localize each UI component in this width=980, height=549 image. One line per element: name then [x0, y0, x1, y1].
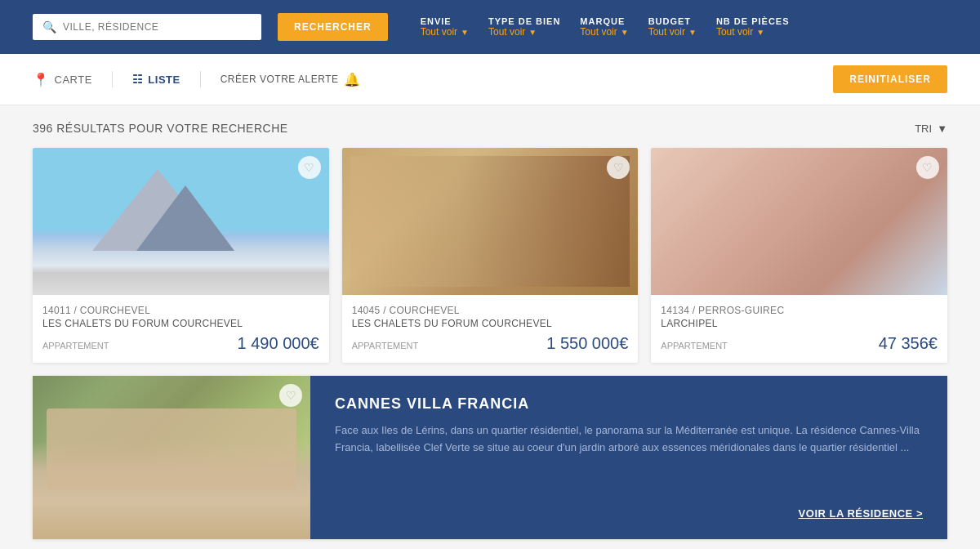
card-ref: 14045 / COURCHEVEL [352, 305, 629, 316]
card-name: LARCHIPEL [661, 318, 938, 329]
featured-title: CANNES VILLA FRANCIA [335, 395, 923, 413]
search-button[interactable]: RECHERCHER [278, 13, 388, 41]
view-carte[interactable]: 📍 CARTE [33, 72, 92, 87]
create-alert-button[interactable]: CRÉER VOTRE ALERTE 🔔 [220, 72, 360, 87]
map-pin-icon: 📍 [33, 72, 50, 87]
property-image [651, 148, 947, 295]
filter-marque[interactable]: MARQUE Tout voir ▼ [580, 16, 628, 38]
separator2 [200, 71, 201, 87]
view-liste[interactable]: ☷ LISTE [132, 73, 180, 86]
card-price: 47 356€ [879, 334, 938, 353]
card-type: APPARTEMENT [352, 341, 419, 350]
filter-budget-label: BUDGET [648, 16, 697, 26]
featured-image [33, 376, 310, 539]
results-area: 396 RÉSULTATS POUR VOTRE RECHERCHE TRI ▼… [0, 105, 980, 549]
carte-label: CARTE [55, 74, 92, 86]
chevron-down-icon: ▼ [688, 28, 697, 37]
featured-description: Face aux Iles de Lérins, dans un quartie… [335, 422, 923, 457]
results-header: 396 RÉSULTATS POUR VOTRE RECHERCHE TRI ▼ [33, 122, 947, 135]
filter-pieces[interactable]: NB DE PIÈCES Tout voir ▼ [716, 16, 790, 38]
card-name: LES CHALETS DU FORUM COURCHEVEL [352, 318, 629, 329]
card-type: APPARTEMENT [661, 341, 728, 350]
header: 🔍 RECHERCHER ENVIE Tout voir ▼ TYPE DE B… [0, 0, 980, 54]
reinitialiser-button[interactable]: REINITIALISER [833, 65, 947, 93]
card-ref: 14134 / PERROS-GUIREC [661, 305, 938, 316]
card-name: LES CHALETS DU FORUM COURCHEVEL [42, 318, 319, 329]
chevron-down-icon: ▼ [461, 28, 469, 37]
cards-grid: ♡ 14011 / COURCHEVEL LES CHALETS DU FORU… [33, 148, 947, 363]
filter-budget-value: Tout voir ▼ [648, 26, 697, 38]
sort-button[interactable]: TRI ▼ [915, 123, 947, 135]
card-info: 14134 / PERROS-GUIREC LARCHIPEL APPARTEM… [651, 295, 947, 363]
filter-budget[interactable]: BUDGET Tout voir ▼ [648, 16, 697, 38]
property-card[interactable]: ♡ 14011 / COURCHEVEL LES CHALETS DU FORU… [33, 148, 329, 363]
filter-pieces-value: Tout voir ▼ [716, 26, 790, 38]
sort-chevron-icon: ▼ [937, 123, 947, 135]
card-ref: 14011 / COURCHEVEL [42, 305, 319, 316]
featured-content: CANNES VILLA FRANCIA Face aux Iles de Lé… [310, 376, 947, 539]
property-image [33, 148, 329, 295]
filter-envie[interactable]: ENVIE Tout voir ▼ [421, 16, 469, 38]
bell-icon: 🔔 [344, 72, 361, 87]
liste-label: LISTE [148, 74, 180, 86]
chevron-down-icon: ▼ [621, 28, 629, 37]
card-image-wrapper: ♡ [651, 148, 947, 295]
filter-marque-value: Tout voir ▼ [580, 26, 628, 38]
card-info: 14011 / COURCHEVEL LES CHALETS DU FORUM … [33, 295, 329, 363]
favorite-button[interactable]: ♡ [916, 156, 939, 179]
card-image-wrapper: ♡ [33, 148, 329, 295]
card-price: 1 550 000€ [546, 334, 628, 353]
sort-label: TRI [915, 123, 932, 135]
results-count: 396 RÉSULTATS POUR VOTRE RECHERCHE [33, 122, 288, 135]
filter-marque-label: MARQUE [580, 16, 628, 26]
favorite-button[interactable]: ♡ [298, 156, 321, 179]
filter-type-value: Tout voir ▼ [488, 26, 560, 38]
filter-type[interactable]: TYPE DE BIEN Tout voir ▼ [488, 16, 560, 38]
card-bottom: APPARTEMENT 47 356€ [661, 334, 938, 353]
property-image [342, 148, 639, 295]
search-box: 🔍 [33, 14, 261, 40]
filter-envie-label: ENVIE [421, 16, 469, 26]
chevron-down-icon: ▼ [528, 28, 537, 37]
card-type: APPARTEMENT [42, 341, 109, 350]
card-price: 1 490 000€ [238, 334, 319, 353]
filter-type-label: TYPE DE BIEN [488, 16, 560, 26]
featured-favorite-button[interactable]: ♡ [279, 384, 302, 407]
alerte-label: CRÉER VOTRE ALERTE [220, 74, 339, 85]
filter-envie-value: Tout voir ▼ [421, 26, 469, 38]
property-card[interactable]: ♡ 14045 / COURCHEVEL LES CHALETS DU FORU… [342, 148, 639, 363]
grid-icon: ☷ [132, 73, 144, 86]
card-info: 14045 / COURCHEVEL LES CHALETS DU FORUM … [342, 295, 639, 363]
view-residence-link[interactable]: VOIR LA RÉSIDENCE > [335, 507, 923, 520]
toolbar: 📍 CARTE ☷ LISTE CRÉER VOTRE ALERTE 🔔 REI… [0, 54, 980, 105]
filter-pieces-label: NB DE PIÈCES [716, 16, 790, 26]
separator [112, 71, 113, 87]
card-image-wrapper: ♡ [342, 148, 639, 295]
card-bottom: APPARTEMENT 1 490 000€ [42, 334, 319, 353]
card-bottom: APPARTEMENT 1 550 000€ [352, 334, 629, 353]
property-card[interactable]: ♡ 14134 / PERROS-GUIREC LARCHIPEL APPART… [651, 148, 947, 363]
featured-image-wrapper: ♡ [33, 376, 310, 539]
filters-bar: ENVIE Tout voir ▼ TYPE DE BIEN Tout voir… [421, 16, 790, 38]
search-icon: 🔍 [42, 20, 56, 33]
featured-card[interactable]: ♡ CANNES VILLA FRANCIA Face aux Iles de … [33, 376, 947, 539]
search-input[interactable] [63, 21, 252, 33]
chevron-down-icon: ▼ [756, 28, 764, 37]
